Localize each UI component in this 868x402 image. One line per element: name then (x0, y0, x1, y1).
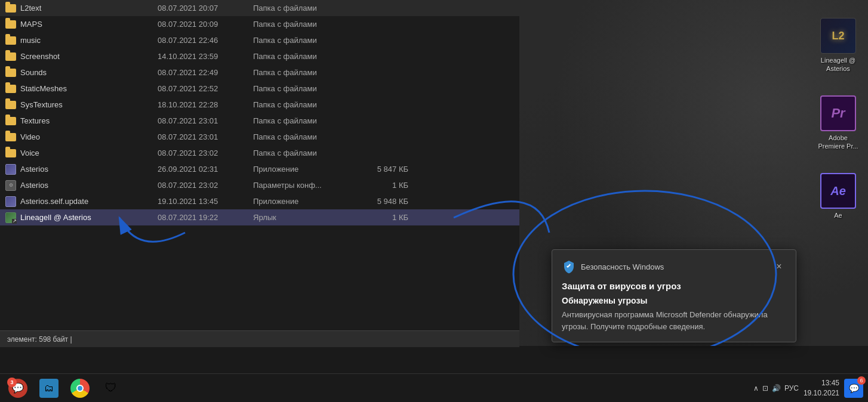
taskbar-clock[interactable]: 13:45 19.10.2021 (804, 378, 839, 398)
systray-chevron[interactable]: ∧ (753, 384, 759, 392)
taskbar-app-defender[interactable]: 🛡 (98, 375, 124, 401)
file-date: 18.10.2021 22:28 (158, 100, 253, 109)
file-icon: ⚙ (5, 180, 17, 191)
file-row[interactable]: MAPS 08.07.2021 20:09 Папка с файлами (0, 16, 519, 32)
file-date: 08.07.2021 22:52 (158, 84, 253, 93)
file-name: Voice (20, 149, 158, 157)
notification-app-name: Безопасность Windows (581, 262, 664, 271)
file-name: Asterios.self.update (20, 197, 158, 206)
file-row[interactable]: Asterios.self.update 19.10.2021 13:45 Пр… (0, 193, 519, 209)
systray-volume: 🔊 (772, 384, 781, 392)
file-type: Папка с файлами (253, 132, 361, 141)
taskbar-app-messages[interactable]: 3💬 (5, 375, 31, 401)
app-icon (5, 196, 16, 207)
file-name: Screenshot (20, 52, 158, 61)
premiere-icon-img: Pr (820, 95, 856, 131)
taskbar-systray: ∧ ⊡ 🔊 РУС (753, 384, 799, 392)
file-date: 26.09.2021 02:31 (158, 165, 253, 174)
file-icon (5, 2, 17, 14)
file-icon (5, 51, 17, 63)
file-type: Папка с файлами (253, 36, 361, 45)
file-date: 08.07.2021 23:01 (158, 132, 253, 141)
lineagell-icon-img (820, 18, 856, 54)
file-row[interactable]: Screenshot 14.10.2021 23:59 Папка с файл… (0, 48, 519, 64)
file-icon (5, 131, 17, 143)
file-type: Приложение (253, 165, 361, 174)
folder-icon (5, 101, 16, 109)
taskbar-app-chrome[interactable] (67, 375, 93, 401)
file-explorer: L2text 08.07.2021 20:07 Папка с файлами … (0, 0, 519, 346)
file-list: L2text 08.07.2021 20:07 Папка с файлами … (0, 0, 519, 225)
folder-icon (5, 133, 16, 141)
file-row[interactable]: Video 08.07.2021 23:01 Папка с файлами (0, 129, 519, 145)
file-name: SysTextures (20, 100, 158, 109)
file-type: Ярлык (253, 213, 361, 222)
notification-header: Безопасность Windows × (562, 259, 786, 274)
file-icon (5, 35, 17, 47)
file-icon (5, 196, 17, 208)
file-size: 5 948 КБ (361, 197, 408, 206)
file-name: Lineagell @ Asterios (20, 213, 158, 222)
taskbar-chat-button[interactable]: 💬 6 (844, 379, 863, 398)
systray-language[interactable]: РУС (784, 384, 799, 392)
file-name: Video (20, 132, 158, 141)
file-type: Папка с файлами (253, 20, 361, 29)
clock-date: 19.10.2021 (804, 388, 839, 398)
chat-badge-count: 6 (857, 376, 866, 385)
file-row[interactable]: StaticMeshes 08.07.2021 22:52 Папка с фа… (0, 81, 519, 97)
file-name: Sounds (20, 68, 158, 77)
file-row[interactable]: Sounds 08.07.2021 22:49 Папка с файлами (0, 64, 519, 81)
file-icon (5, 147, 17, 159)
file-row[interactable]: Voice 08.07.2021 23:02 Папка с файлами (0, 145, 519, 161)
windows-security-notification: Безопасность Windows × Защита от вирусов… (552, 249, 796, 342)
desktop-icon-premiere[interactable]: PrAdobePremiere Pr... (814, 95, 862, 151)
clock-time: 13:45 (804, 378, 839, 388)
file-icon (5, 212, 17, 224)
file-icon (5, 18, 17, 30)
folder-icon (5, 36, 16, 45)
file-row[interactable]: ⚙ Asterios 08.07.2021 23:02 Параметры ко… (0, 177, 519, 193)
file-name: music (20, 36, 158, 45)
file-name: Asterios (20, 181, 158, 190)
file-size: 1 КБ (361, 181, 408, 190)
notification-threat-title: Обнаружены угрозы (562, 296, 786, 305)
desktop-icon-lineagell[interactable]: Lineagell @Asterios (814, 18, 862, 73)
file-row[interactable]: Asterios 26.09.2021 02:31 Приложение 5 8… (0, 161, 519, 177)
file-date: 08.07.2021 19:22 (158, 213, 253, 222)
file-type: Папка с файлами (253, 100, 361, 109)
taskbar-app-filemanager[interactable]: 🗂 (36, 375, 62, 401)
shortcut-icon (5, 212, 16, 223)
notification-close-button[interactable]: × (772, 259, 786, 274)
systray-network: ⊡ (762, 384, 768, 392)
file-type: Папка с файлами (253, 68, 361, 77)
file-date: 19.10.2021 13:45 (158, 197, 253, 206)
file-name: MAPS (20, 20, 158, 29)
file-size: 5 847 КБ (361, 165, 408, 174)
aftereffects-icon-img: Ae (820, 173, 856, 209)
file-icon (5, 83, 17, 95)
status-text: элемент: 598 байт | (7, 335, 72, 344)
file-date: 08.07.2021 22:46 (158, 36, 253, 45)
file-row[interactable]: SysTextures 18.10.2021 22:28 Папка с фай… (0, 97, 519, 113)
folder-icon (5, 117, 16, 125)
file-type: Папка с файлами (253, 84, 361, 93)
file-row[interactable]: L2text 08.07.2021 20:07 Папка с файлами (0, 0, 519, 16)
folder-icon (5, 69, 16, 77)
file-name: Asterios (20, 165, 158, 174)
file-row[interactable]: Lineagell @ Asterios 08.07.2021 19:22 Яр… (0, 209, 519, 225)
desktop-icon-aftereffects[interactable]: AeAe (814, 173, 862, 219)
file-type: Параметры конф... (253, 181, 361, 190)
file-row[interactable]: music 08.07.2021 22:46 Папка с файлами (0, 32, 519, 48)
file-size: 1 КБ (361, 213, 408, 222)
file-type: Папка с файлами (253, 52, 361, 61)
desktop-icon-label: Lineagell @Asterios (821, 56, 855, 73)
folder-icon (5, 52, 16, 61)
taskbar: 3💬🗂🛡 ∧ ⊡ 🔊 РУС 13:45 19.10.2021 💬 6 (0, 373, 868, 402)
file-date: 14.10.2021 23:59 (158, 52, 253, 61)
file-name: Textures (20, 116, 158, 125)
file-row[interactable]: Textures 08.07.2021 23:01 Папка с файлам… (0, 113, 519, 129)
file-type: Папка с файлами (253, 149, 361, 157)
folder-icon (5, 4, 16, 13)
file-name: StaticMeshes (20, 84, 158, 93)
status-bar: элемент: 598 байт | (0, 330, 519, 347)
